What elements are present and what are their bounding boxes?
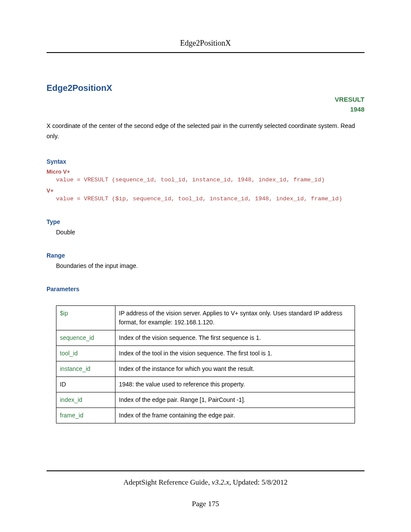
parameters-table: $ipIP address of the vision server. Appl… [56,305,355,423]
table-row: instance_idIndex of the instance for whi… [56,361,355,376]
range-heading: Range [47,252,364,259]
table-row: frame_idIndex of the frame containing th… [56,408,355,423]
table-row: ID1948: the value used to reference this… [56,376,355,392]
footer-doc-title: AdeptSight Reference Guide [124,478,208,486]
param-desc: 1948: the value used to reference this p… [115,376,355,392]
footer-version: , v3.2.x [208,478,229,486]
syntax-heading: Syntax [47,158,364,165]
param-name: $ip [56,305,115,330]
param-name: frame_id [56,408,115,423]
table-row: sequence_idIndex of the vision sequence.… [56,330,355,345]
content-area: Edge2PositionX VRESULT 1948 X coordinate… [47,53,364,423]
param-desc: Index of the edge pair. Range [1, PairCo… [115,392,355,408]
running-header: Edge2PositionX [47,0,364,53]
footer-rule [47,470,364,471]
param-desc: IP address of the vision server. Applies… [115,305,355,330]
micro-vplus-label: Micro V+ [47,168,364,175]
description-text: X coordinate of the center of the second… [47,121,364,142]
vplus-label: V+ [47,187,364,194]
param-desc: Index of the vision sequence. The first … [115,330,355,345]
table-row: tool_idIndex of the tool in the vision s… [56,345,355,361]
type-heading: Type [47,218,364,225]
param-name: ID [56,376,115,392]
table-row: $ipIP address of the vision server. Appl… [56,305,355,330]
param-desc: Index of the instance for which you want… [115,361,355,376]
range-value: Boundaries of the input image. [47,262,364,269]
page-title: Edge2PositionX [47,83,364,93]
parameters-tbody: $ipIP address of the vision server. Appl… [56,305,355,423]
param-desc: Index of the frame containing the edge p… [115,408,355,423]
page-footer: AdeptSight Reference Guide, v3.2.x, Upda… [47,470,364,508]
page-number: Page 175 [47,500,364,508]
tag-vresult: VRESULT [47,95,364,105]
param-name: sequence_id [56,330,115,345]
param-name: tool_id [56,345,115,361]
param-name: instance_id [56,361,115,376]
vplus-code: value = VRESULT ($ip, sequence_id, tool_… [47,196,364,202]
type-value: Double [47,229,364,236]
tag-block: VRESULT 1948 [47,95,364,114]
tag-id: 1948 [47,105,364,115]
param-name: index_id [56,392,115,408]
footer-updated: , Updated: 5/8/2012 [229,478,288,486]
param-desc: Index of the tool in the vision sequence… [115,345,355,361]
table-row: index_idIndex of the edge pair. Range [1… [56,392,355,408]
micro-vplus-code: value = VRESULT (sequence_id, tool_id, i… [47,177,364,183]
parameters-heading: Parameters [47,286,364,292]
footer-text: AdeptSight Reference Guide, v3.2.x, Upda… [47,478,364,487]
